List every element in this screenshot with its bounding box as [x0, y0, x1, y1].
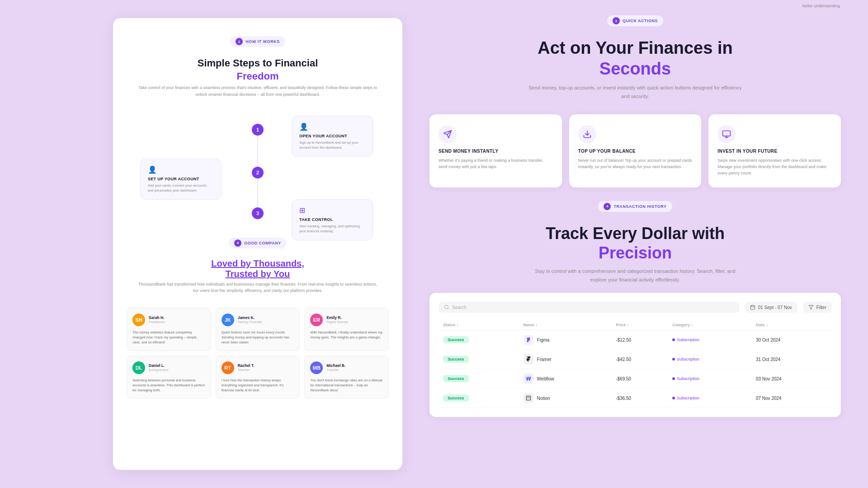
steps-flow: 👤 OPEN YOUR ACCOUNT Sign up to NexumBank… [127, 111, 389, 229]
left-panel: 2 HOW IT WORKS Simple Steps to Financial… [113, 18, 402, 470]
step-2-icon: 👤 [148, 165, 214, 174]
avatar-6: MB [310, 361, 323, 374]
testimonial-4-role: Entrepreneur [149, 368, 169, 372]
testimonial-2: JK James K. Startup Founder Quick Action… [216, 308, 300, 351]
qa-icon-1 [578, 125, 596, 143]
testimonial-5-text: I love how the transaction history keeps… [222, 378, 294, 393]
testimonials-grid: SH Sarah H. Freelancer The money statist… [127, 308, 389, 399]
qa-icon-2 [717, 125, 736, 143]
steps-badge-label: HOW IT WORKS [245, 39, 280, 44]
step-1-title: OPEN YOUR ACCOUNT [299, 134, 365, 138]
testimonial-4-name: Daniel L. [149, 363, 169, 368]
qa-icon-0 [439, 125, 457, 143]
main-layout: 2 HOW IT WORKS Simple Steps to Financial… [0, 0, 868, 488]
search-placeholder: Search [452, 305, 467, 310]
qa-title: Act on Your Finances in Seconds [429, 38, 841, 79]
testimonial-5-role: Teacher [238, 368, 255, 372]
qa-card-0-desc: Whether it's paying a friend or making a… [439, 157, 553, 170]
testimonial-4-text: Switching between personal and business … [132, 378, 205, 393]
steps-subtitle: Take control of your finances with a sea… [127, 84, 389, 98]
testimonials-subtitle: ThousandBank has transformed how individ… [127, 281, 389, 294]
svg-line-7 [448, 309, 448, 310]
step-2-title: SET UP YOUR ACCOUNT [148, 177, 214, 181]
testimonial-5-name: Rachel T. [238, 363, 255, 368]
testimonial-2-role: Startup Founder [238, 320, 262, 324]
step-1-desc: Sign up to NexumBank and set up your acc… [299, 140, 365, 150]
testimonial-6-name: Michael B. [326, 363, 345, 368]
table-row: Success Figma -$12.50 Subscript [439, 330, 832, 350]
status-badge-3: Success [443, 394, 469, 402]
testimonial-6-role: Traveler [326, 368, 345, 372]
qa-card-2-desc: Seize new investment opportunities with … [717, 157, 832, 177]
testimonials-badge-label: GOOD COMPANY [244, 241, 281, 245]
table-row: Success Notion -$36.50 Subscrip [439, 389, 832, 408]
qa-card-2-title: INVEST IN YOUR FUTURE [717, 149, 832, 154]
status-badge-2: Success [443, 375, 469, 382]
step-2-num: 2 [252, 167, 264, 178]
svg-rect-8 [750, 305, 755, 310]
app-icon-notion [524, 393, 533, 403]
date-filter[interactable]: 01 Sept - 07 Nov [745, 302, 797, 313]
search-box[interactable]: Search [439, 302, 739, 313]
testimonial-1-role: Freelancer [149, 320, 165, 324]
steps-title: Simple Steps to Financial Freedom [127, 57, 389, 83]
qa-card-2: INVEST IN YOUR FUTURE Seize new investme… [708, 114, 841, 188]
tx-subtitle: Stay in control with a comprehensive and… [527, 267, 744, 284]
svg-rect-3 [723, 131, 731, 136]
table-row: Success Framer -$42.50 Subscrip [439, 350, 832, 369]
col-price: Price ↕ [611, 320, 668, 330]
qa-card-1: TOP UP YOUR BALANCE Never run out of bal… [569, 114, 702, 188]
qa-subtitle: Send money, top-up accounts, or invest i… [527, 84, 744, 100]
avatar-1: SH [132, 314, 145, 326]
testimonial-2-name: James K. [238, 315, 262, 320]
tx-badge-num: 4 [604, 203, 611, 210]
qa-card-0: SEND MONEY INSTANTLY Whether it's paying… [429, 114, 562, 188]
testimonial-2-text: Quick Actions save me hours every month.… [222, 330, 294, 345]
col-name: Name ↕ [519, 320, 612, 330]
avatar-4: DL [132, 361, 145, 374]
testimonial-1-name: Sarah H. [149, 315, 165, 320]
col-status: Status ↕ [439, 320, 519, 330]
transaction-panel: Search 01 Sept - 07 Nov Filter Status ↕ [429, 293, 841, 417]
app-icon-framer [524, 354, 533, 364]
app-name-2: Webflow [524, 374, 554, 384]
step-3-card: ⊞ TAKE CONTROL Start tracking, managing,… [292, 199, 375, 241]
right-panel: better understanding. 3 QUICK ACTIONS Ac… [402, 0, 868, 488]
svg-point-6 [445, 305, 448, 309]
step-3-desc: Start tracking, managing, and optimizing… [299, 224, 365, 234]
qa-card-1-title: TOP UP YOUR BALANCE [578, 149, 693, 154]
app-name-0: Figma [524, 335, 550, 345]
filter-label: Filter [816, 305, 826, 310]
step-3-num: 3 [252, 207, 264, 219]
col-date: Date ↕ [751, 320, 832, 330]
app-icon-webflow [524, 374, 533, 384]
app-name-1: Framer [524, 354, 552, 364]
filter-button[interactable]: Filter [803, 302, 832, 313]
app-name-3: Notion [524, 393, 550, 403]
steps-badge-num: 2 [236, 38, 243, 45]
date-range: 01 Sept - 07 Nov [758, 305, 792, 310]
step-1-icon: 👤 [299, 122, 365, 131]
step-3-icon: ⊞ [299, 206, 365, 215]
step-2-desc: Add your cards, connect your accounts, a… [148, 183, 214, 193]
step-1-card: 👤 OPEN YOUR ACCOUNT Sign up to NexumBank… [292, 116, 375, 157]
testimonial-3-name: Emily R. [326, 315, 348, 320]
quick-actions-section: 3 QUICK ACTIONS Act on Your Finances in … [429, 15, 841, 201]
testimonial-4: DL Daniel L. Entrepreneur Switching betw… [127, 356, 211, 399]
step-2-card: 👤 SET UP YOUR ACCOUNT Add your cards, co… [140, 159, 224, 200]
testimonial-3-role: Digital Nomad [326, 320, 348, 324]
qa-header: Act on Your Finances in Seconds Send mon… [429, 38, 841, 101]
qa-card-1-desc: Never run out of balance! Top up your ac… [578, 157, 693, 170]
category-3: Subscription [672, 396, 747, 400]
testimonial-1-text: The money statistics feature completely … [132, 330, 205, 345]
transaction-table: Status ↕ Name ↕ Price ↕ Category ↕ Date … [439, 320, 832, 408]
qa-cards: SEND MONEY INSTANTLY Whether it's paying… [429, 114, 841, 188]
status-badge-1: Success [443, 356, 469, 363]
category-1: Subscription [672, 357, 747, 361]
tx-badge-label: TRANSACTION HISTORY [613, 204, 666, 209]
svg-marker-12 [809, 305, 813, 310]
tx-header: Track Every Dollar with Precision Stay i… [429, 224, 841, 284]
qa-card-0-title: SEND MONEY INSTANTLY [439, 149, 553, 154]
tx-title: Track Every Dollar with Precision [429, 224, 841, 263]
col-category: Category ↕ [668, 320, 751, 330]
